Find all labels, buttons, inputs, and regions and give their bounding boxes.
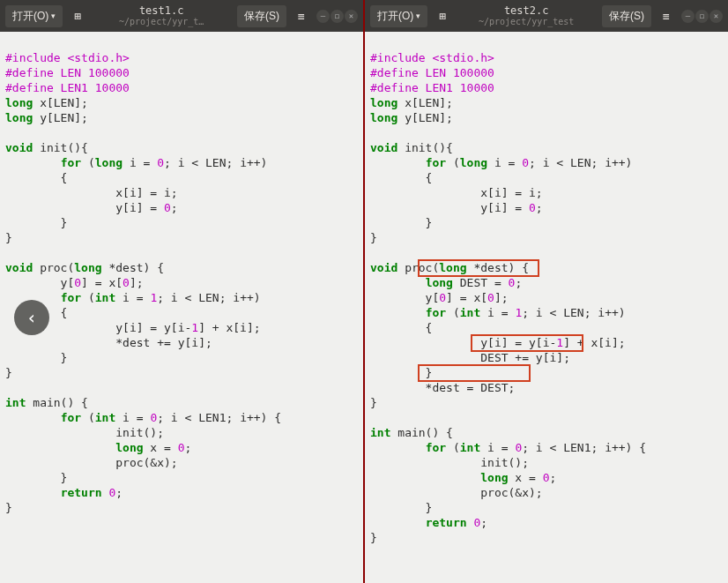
code-editor-left[interactable]: #include <stdio.h> #define LEN 100000 #d… [0, 32, 363, 583]
open-button[interactable]: 打开(O) ▾ [370, 5, 427, 27]
chevron-down-icon: ▾ [416, 11, 420, 20]
close-icon[interactable]: ✕ [709, 10, 723, 23]
toolbar-left: 打开(O) ▾ ⊞ test1.c ~/project/yyr_t… 保存(S)… [0, 0, 363, 32]
menu-icon[interactable]: ≡ [293, 8, 309, 24]
window-controls: – ◻ ✕ [316, 10, 358, 23]
editor-pane-left: 打开(O) ▾ ⊞ test1.c ~/project/yyr_t… 保存(S)… [0, 0, 365, 583]
menu-icon[interactable]: ≡ [658, 8, 674, 24]
chevron-left-icon: ‹ [26, 307, 37, 328]
close-icon[interactable]: ✕ [345, 10, 358, 23]
new-document-icon[interactable]: ⊞ [435, 8, 450, 24]
chevron-down-icon: ▾ [51, 11, 56, 20]
toolbar-right: 打开(O) ▾ ⊞ test2.c ~/project/yyr_test 保存(… [365, 0, 728, 32]
filepath: ~/project/yyr_test [457, 17, 595, 26]
title-block: test1.c ~/project/yyr_t… [93, 5, 230, 26]
open-button[interactable]: 打开(O) ▾ [5, 5, 63, 27]
filename: test1.c [93, 5, 230, 17]
filepath: ~/project/yyr_t… [93, 17, 230, 26]
minimize-icon[interactable]: – [681, 10, 695, 23]
editor-pane-right: 打开(O) ▾ ⊞ test2.c ~/project/yyr_test 保存(… [365, 0, 728, 583]
maximize-icon[interactable]: ◻ [695, 10, 709, 23]
open-label: 打开(O) [12, 9, 48, 24]
filename: test2.c [457, 5, 595, 17]
title-block: test2.c ~/project/yyr_test [457, 5, 595, 26]
code-editor-right[interactable]: #include <stdio.h> #define LEN 100000 #d… [365, 32, 728, 583]
window-controls: – ◻ ✕ [681, 10, 723, 23]
minimize-icon[interactable]: – [316, 10, 330, 23]
new-document-icon[interactable]: ⊞ [70, 8, 85, 24]
open-label: 打开(O) [377, 9, 413, 24]
save-button[interactable]: 保存(S) [237, 5, 286, 27]
maximize-icon[interactable]: ◻ [331, 10, 344, 23]
highlight-box-3 [418, 364, 531, 382]
back-button[interactable]: ‹ [14, 300, 49, 335]
save-button[interactable]: 保存(S) [602, 5, 651, 27]
